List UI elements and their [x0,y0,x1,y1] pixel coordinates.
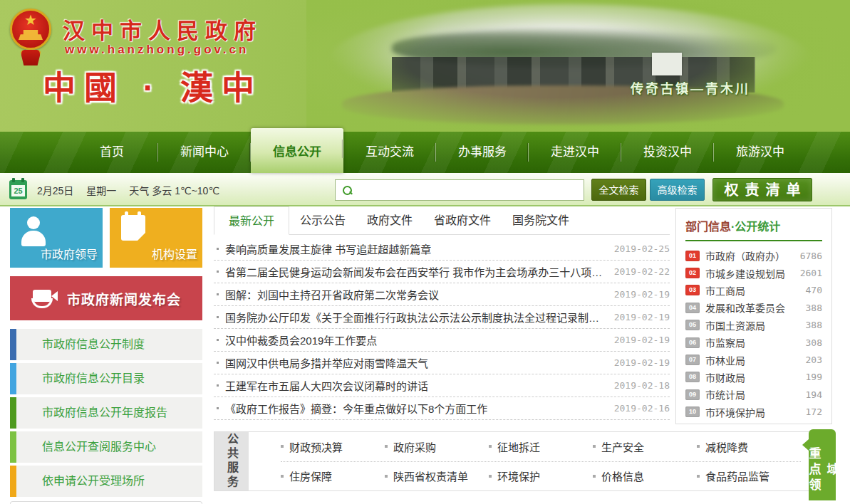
news-title[interactable]: 奏响高质量发展主旋律 书写追赶超越新篇章 [225,241,604,256]
service-link-label[interactable]: 财政预决算 [289,439,343,454]
sidebar-menu-item[interactable]: 市政府信息公开年度报告 [10,397,202,429]
advanced-search-button[interactable]: 高级检索 [650,179,705,201]
dept-name[interactable]: 市财政局 [705,370,806,384]
news-date: 2019-02-25 [614,243,670,254]
dept-name[interactable]: 发展和改革委员会 [705,300,806,315]
news-item[interactable]: 《政府工作报告》摘登：今年重点做好以下8个方面工作 2019-02-16 [214,397,670,420]
dept-count: 199 [806,372,822,382]
bullet-icon [489,475,492,478]
service-link[interactable]: 减税降费 [697,439,801,454]
news-tab[interactable]: 公示公告 [289,206,356,234]
gov-leaders-card[interactable]: 市政府领导 [10,208,103,268]
bullet-icon [385,475,388,478]
nav-item[interactable]: 走进汉中 [529,132,621,173]
sidebar-menu-item[interactable]: 信息公开查阅服务中心 [10,431,202,463]
news-title[interactable]: 图解：刘国中主持召开省政府第二次常务会议 [225,287,604,302]
bullet-icon [697,445,700,448]
dept-name[interactable]: 市国土资源局 [705,318,806,332]
service-link[interactable]: 住房保障 [281,468,385,483]
rank-badge: 02 [685,268,700,278]
bullet-icon [217,293,219,295]
nav-item[interactable]: 投资汉中 [621,132,714,173]
news-item[interactable]: 奏响高质量发展主旋律 书写追赶超越新篇章 2019-02-25 [214,238,670,261]
news-tab[interactable]: 国务院文件 [502,206,580,234]
dept-count: 172 [806,406,822,417]
bullet-icon [489,445,492,448]
news-item[interactable]: 省第二届全民健身运动会新闻发布会在西安举行 我市作为主会场承办三十八项赛事 20… [214,261,670,283]
news-date: 2019-02-19 [614,289,670,300]
news-tab[interactable]: 政府文件 [356,206,423,234]
service-link[interactable]: 价格信息 [593,468,697,483]
news-title[interactable]: 国网汉中供电局多措并举应对雨雪降温天气 [225,355,604,370]
news-title[interactable]: 国务院办公厅印发《关于全面推行行政执法公示法公示制度执法全过程记录制度重大执..… [225,310,604,325]
dept-count: 388 [806,320,822,330]
dept-name[interactable]: 市统计局 [705,387,806,401]
bullet-icon [593,445,596,448]
news-item[interactable]: 汉中仲裁委员会2019年工作要点 2019-02-19 [214,329,670,352]
news-title[interactable]: 《政府工作报告》摘登：今年重点做好以下8个方面工作 [225,401,604,416]
nav-item[interactable]: 旅游汉中 [714,132,807,173]
service-link-label[interactable]: 住房保障 [289,468,332,483]
duty-list-button[interactable]: 权责清单 [712,178,812,201]
news-item[interactable]: 国务院办公厅印发《关于全面推行行政执法公示法公示制度执法全过程记录制度重大执..… [214,306,670,329]
dept-name[interactable]: 市城乡建设规划局 [705,266,800,280]
dept-stats-row: 07 市林业局 203 [685,351,822,368]
dept-name[interactable]: 市监察局 [705,335,806,350]
news-tab[interactable]: 最新公开 [214,206,289,235]
service-link-label[interactable]: 陕西省权责清单 [393,468,468,483]
info-disclosure-menu: 市政府信息公开制度 市政府信息公开目录 市政府信息公开年度报告 信息公开查阅服务… [10,329,202,497]
service-link-label[interactable]: 食品药品监管 [705,468,769,483]
service-link-label[interactable]: 减税降费 [705,439,748,454]
service-link-label[interactable]: 环境保护 [497,468,540,483]
news-title[interactable]: 省第二届全民健身运动会新闻发布会在西安举行 我市作为主会场承办三十八项赛事 [225,264,604,279]
dept-name[interactable]: 市环境保护局 [705,405,806,419]
nav-item[interactable]: 信息公开 [251,128,343,173]
news-date: 2019-02-19 [614,335,670,345]
news-item[interactable]: 国网汉中供电局多措并举应对雨雪降温天气 2019-02-19 [214,352,670,374]
news-date: 2019-02-18 [614,380,670,391]
sidebar-menu-item[interactable]: 市政府信息公开目录 [10,363,202,394]
service-link-label[interactable]: 征地拆迁 [497,439,540,454]
nav-item[interactable]: 首页 [66,132,158,173]
dept-count: 470 [806,285,822,295]
news-title[interactable]: 王建军在市五届人大四次会议闭幕时的讲话 [225,378,604,393]
sidebar-menu-item[interactable]: 市政府信息公开制度 [10,329,202,360]
service-link[interactable]: 财政预决算 [281,439,385,454]
dept-stats-row: 05 市国土资源局 388 [685,317,822,334]
rank-badge: 08 [685,372,700,382]
service-link-label[interactable]: 政府采购 [393,439,436,454]
service-link[interactable]: 生产安全 [593,439,697,454]
key-areas-ribbon[interactable]: 重点领域 [809,429,836,500]
news-tab[interactable]: 省政府文件 [423,206,502,234]
dept-name[interactable]: 市政府（政府办） [705,248,800,263]
search-input[interactable] [358,181,584,199]
bullet-icon [281,475,284,478]
sidebar-menu-item[interactable]: 依申请公开受理场所 [10,466,202,497]
bullet-icon [217,339,219,341]
calendar-page-icon [121,215,145,241]
news-item[interactable]: 王建军在市五届人大四次会议闭幕时的讲话 2019-02-18 [214,374,670,397]
public-services-box: 公共服务 财政预决算 政府采购 [214,431,823,491]
dept-name[interactable]: 市工商局 [705,283,806,298]
nav-item[interactable]: 互动交流 [343,132,436,173]
bullet-icon [217,248,219,250]
dept-name[interactable]: 市林业局 [705,353,806,367]
services-row-2: 住房保障 陕西省权责清单 环境保护 [281,461,801,491]
news-item[interactable]: 图解：刘国中主持召开省政府第二次常务会议 2019-02-19 [214,283,670,306]
service-link[interactable]: 环境保护 [489,468,593,483]
weekday-label: 星期一 [86,183,116,197]
fulltext-search-button[interactable]: 全文检索 [591,179,646,201]
news-title[interactable]: 汉中仲裁委员会2019年工作要点 [225,332,604,347]
nav-item[interactable]: 新闻中心 [158,132,251,173]
service-link[interactable]: 陕西省权责清单 [385,468,489,483]
nav-item[interactable]: 办事服务 [436,132,529,173]
service-link[interactable]: 食品药品监管 [697,468,801,483]
org-setup-label: 机构设置 [152,245,197,262]
press-conference-banner[interactable]: 市政府新闻发布会 [10,276,202,320]
stats-title-right: ·公开统计 [731,221,780,233]
service-link-label[interactable]: 价格信息 [601,468,644,483]
service-link[interactable]: 征地拆迁 [489,439,593,454]
service-link[interactable]: 政府采购 [385,439,489,454]
org-setup-card[interactable]: 机构设置 [110,208,202,268]
service-link-label[interactable]: 生产安全 [601,439,644,454]
